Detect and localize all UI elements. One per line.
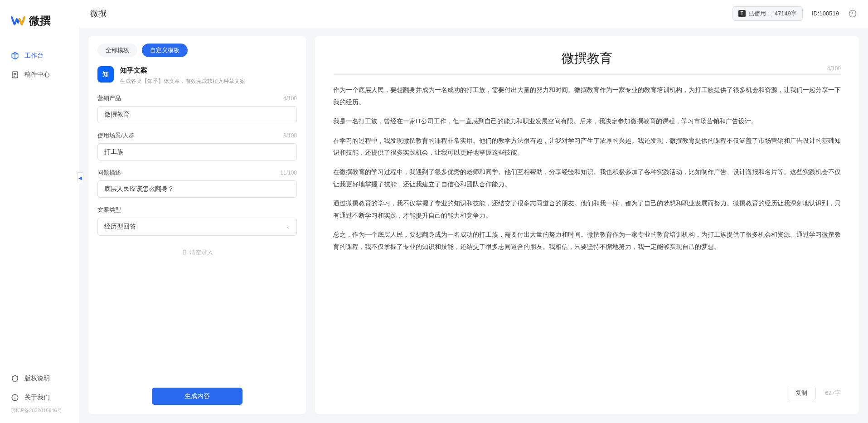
generate-button[interactable]: 生成内容	[152, 388, 242, 405]
output-title: 微撰教育	[333, 50, 841, 67]
field-label: 文案类型	[97, 206, 121, 214]
sidebar-bottom: 版权说明 关于我们 鄂ICP备2022016946号	[0, 369, 79, 423]
cube-icon	[11, 52, 19, 60]
output-paragraph: 在学习的过程中，我发现微撰教育的课程非常实用。他们的教学方法很有趣，让我对学习产…	[333, 135, 841, 159]
output-title-count: 4/100	[827, 65, 841, 72]
nav-item-label: 工作台	[24, 52, 44, 60]
output-paragraph: 作为一个底层人民，要想翻身并成为一名成功的打工族，需要付出大量的努力和时间。微撰…	[333, 84, 841, 108]
main-area: 微撰 T 已使用： 47149字 ID:100519 全部模板 自定义模板	[79, 0, 868, 423]
top-bar: 微撰 T 已使用： 47149字 ID:100519	[79, 0, 868, 27]
char-count: 4/100	[283, 95, 297, 102]
nav-items: 工作台 稿件中心	[0, 46, 79, 369]
nav-item-label: 版权说明	[24, 374, 50, 383]
nav-item-about[interactable]: 关于我们	[0, 388, 79, 407]
power-icon[interactable]	[848, 9, 857, 18]
content-grid: 全部模板 自定义模板 知 知乎文案 生成各类【知乎】体文章，有效完成软植入种草文…	[79, 27, 868, 423]
nav-item-drafts[interactable]: 稿件中心	[0, 65, 79, 84]
product-input[interactable]	[97, 106, 297, 123]
output-paragraph: 通过微撰教育的学习，我不仅掌握了专业的知识和技能，还结交了很多志同道合的朋友。他…	[333, 197, 841, 221]
logo[interactable]: 微撰	[0, 14, 79, 46]
output-footer: 复制 627字	[333, 379, 841, 400]
trash-icon	[181, 249, 188, 257]
output-title-row: 微撰教育 4/100	[333, 50, 841, 75]
usage-badge[interactable]: T 已使用： 47149字	[732, 6, 803, 21]
type-select[interactable]: 经历型回答	[97, 218, 297, 236]
doc-icon	[11, 71, 19, 79]
problem-input[interactable]	[97, 180, 297, 198]
usage-value: 47149字	[775, 10, 797, 18]
field-label: 营销产品	[97, 94, 121, 102]
field-product: 营销产品 4/100	[97, 94, 297, 123]
nav-item-workbench[interactable]: 工作台	[0, 46, 79, 65]
field-label: 使用场景/人群	[97, 131, 135, 140]
template-desc: 生成各类【知乎】体文章，有效完成软植入种草文案	[120, 78, 245, 85]
tab-all-templates[interactable]: 全部模板	[97, 44, 137, 57]
text-icon: T	[738, 10, 746, 17]
tab-custom-templates[interactable]: 自定义模板	[142, 44, 188, 57]
form-panel: 全部模板 自定义模板 知 知乎文案 生成各类【知乎】体文章，有效完成软植入种草文…	[88, 36, 306, 414]
logo-icon	[11, 14, 25, 28]
user-id: ID:100519	[812, 10, 839, 17]
form-area: 营销产品 4/100 使用场景/人群 3/100	[88, 94, 306, 379]
field-label: 问题描述	[97, 169, 121, 177]
sidebar: 微撰 工作台 稿件中心 版权说明	[0, 0, 79, 423]
sidebar-collapse[interactable]: ◀	[77, 172, 83, 183]
copy-button[interactable]: 复制	[787, 386, 816, 400]
logo-text: 微撰	[29, 14, 51, 28]
word-count: 627字	[825, 389, 841, 397]
field-type: 文案类型 经历型回答 ⌄	[97, 206, 297, 236]
field-problem: 问题描述 11/100	[97, 169, 297, 198]
nav-item-label: 关于我们	[24, 394, 50, 402]
tabs: 全部模板 自定义模板	[88, 36, 306, 57]
field-scene: 使用场景/人群 3/100	[97, 131, 297, 160]
output-paragraph: 在微撰教育的学习过程中，我遇到了很多优秀的老师和同学。他们互相帮助，分享经验和知…	[333, 166, 841, 190]
icp-text: 鄂ICP备2022016946号	[0, 407, 79, 414]
char-count: 3/100	[283, 132, 297, 139]
clear-input-link[interactable]: 清空录入	[97, 244, 297, 261]
nav-item-label: 稿件中心	[24, 71, 50, 79]
zhihu-icon: 知	[97, 66, 114, 83]
info-icon	[11, 394, 19, 402]
shield-icon	[11, 374, 19, 383]
output-body: 作为一个底层人民，要想翻身并成为一名成功的打工族，需要付出大量的努力和时间。微撰…	[333, 84, 841, 379]
output-panel: 微撰教育 4/100 作为一个底层人民，要想翻身并成为一名成功的打工族，需要付出…	[315, 36, 859, 414]
generate-row: 生成内容	[88, 379, 306, 414]
template-header: 知 知乎文案 生成各类【知乎】体文章，有效完成软植入种草文案	[88, 57, 306, 94]
template-title: 知乎文案	[120, 66, 245, 75]
nav-item-copyright[interactable]: 版权说明	[0, 369, 79, 388]
scene-input[interactable]	[97, 143, 297, 160]
output-paragraph: 总之，作为一个底层人民，要想翻身成为一名成功的打工族，需要付出大量的努力和时间。…	[333, 229, 841, 253]
char-count: 11/100	[280, 170, 297, 176]
output-paragraph: 我是一名打工族，曾经在一家IT公司工作，但一直感到自己的能力和职业发展空间有限。…	[333, 115, 841, 127]
page-title: 微撰	[90, 8, 107, 19]
usage-label: 已使用：	[748, 10, 772, 18]
